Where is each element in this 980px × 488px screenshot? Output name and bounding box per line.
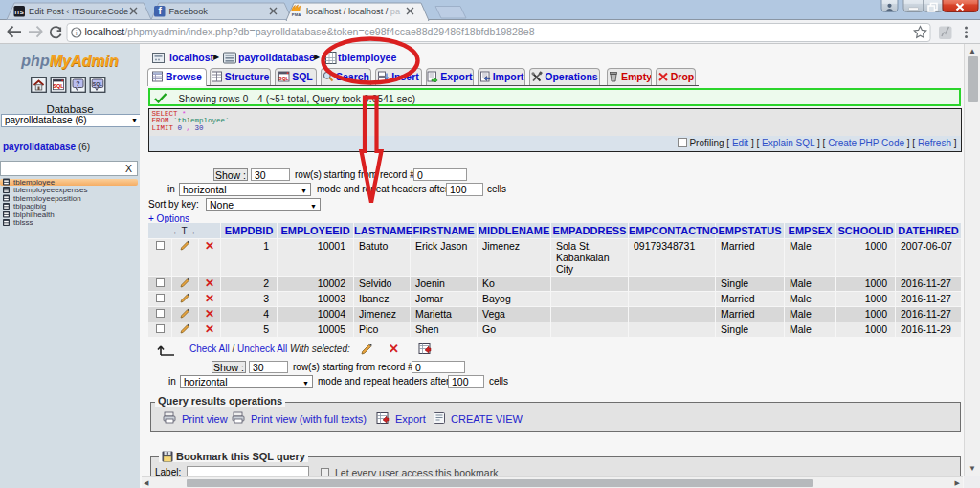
svg-text:localhost / localhost / pa: localhost / localhost / pa bbox=[306, 7, 401, 16]
svg-text:SQL: SQL bbox=[93, 81, 102, 87]
svg-text:?: ? bbox=[76, 80, 79, 87]
svg-text:localhost/phpmyadmin/index.php: localhost/phpmyadmin/index.php?db=payrol… bbox=[85, 26, 535, 37]
svg-text:SQL: SQL bbox=[279, 76, 289, 81]
svg-text:ITS: ITS bbox=[15, 10, 24, 15]
svg-text:i: i bbox=[76, 29, 78, 37]
svg-text:tblsss: tblsss bbox=[13, 218, 33, 227]
svg-text:PMA: PMA bbox=[292, 12, 301, 17]
svg-text:Edit Post ‹ ITSourceCode: Edit Post ‹ ITSourceCode bbox=[29, 7, 128, 16]
svg-text:SQL: SQL bbox=[53, 83, 64, 89]
svg-text:Facebook: Facebook bbox=[169, 7, 209, 16]
